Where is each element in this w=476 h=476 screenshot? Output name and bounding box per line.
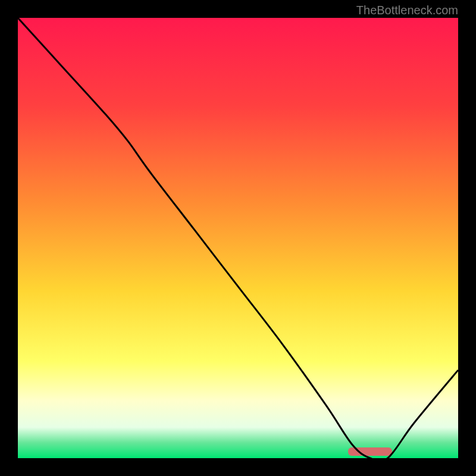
bottleneck-chart [18, 18, 458, 458]
plot-area [18, 18, 458, 458]
gradient-background [18, 18, 458, 458]
chart-container: TheBottleneck.com [0, 0, 476, 476]
attribution-label: TheBottleneck.com [356, 4, 458, 17]
